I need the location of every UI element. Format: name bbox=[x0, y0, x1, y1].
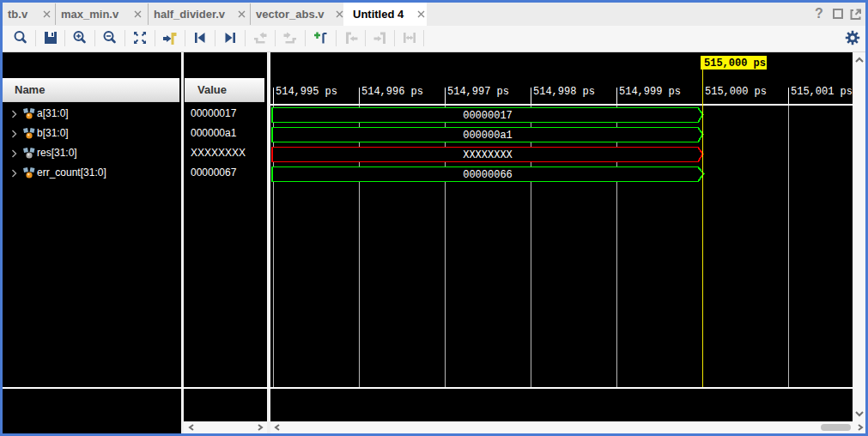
svg-text:00000017: 00000017 bbox=[463, 110, 513, 122]
svg-text:514,995 ps: 514,995 ps bbox=[276, 86, 337, 98]
svg-text:514,999 ps: 514,999 ps bbox=[619, 86, 681, 98]
svg-text:XXXXXXXX: XXXXXXXX bbox=[463, 149, 513, 161]
svg-text:515,000 ps: 515,000 ps bbox=[705, 86, 767, 98]
svg-text:514,998 ps: 514,998 ps bbox=[533, 86, 595, 98]
svg-text:514,996 ps: 514,996 ps bbox=[361, 86, 423, 98]
svg-text:515,001 ps: 515,001 ps bbox=[791, 86, 853, 98]
svg-text:514,997 ps: 514,997 ps bbox=[447, 86, 509, 98]
svg-text:000000a1: 000000a1 bbox=[463, 130, 513, 142]
svg-text:00000066: 00000066 bbox=[463, 169, 513, 181]
svg-text:515,000 ps: 515,000 ps bbox=[704, 58, 766, 70]
